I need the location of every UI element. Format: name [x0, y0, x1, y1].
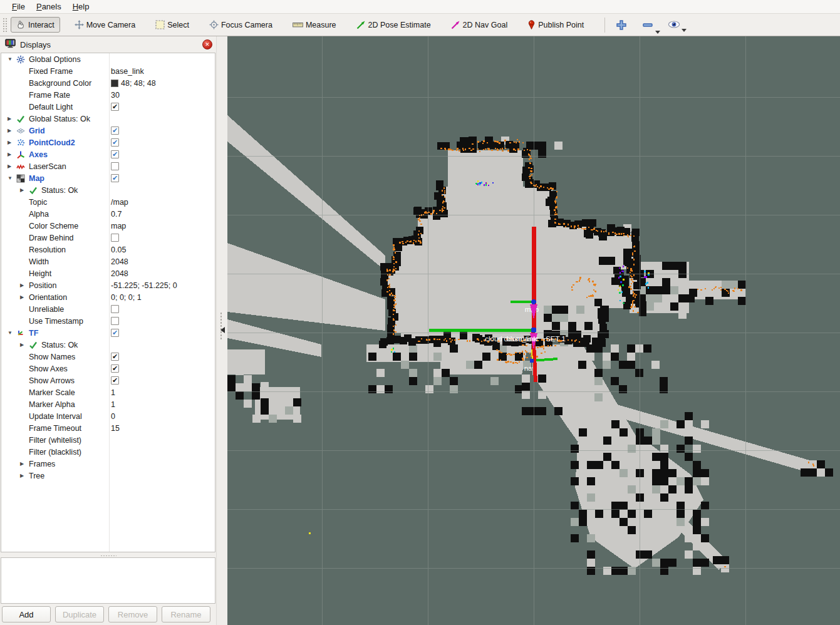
- expander-closed-icon[interactable]: ▶: [19, 461, 29, 467]
- row-checkbox[interactable]: ✔: [111, 329, 119, 337]
- visibility-button[interactable]: [664, 19, 684, 31]
- row-checkbox[interactable]: ✔: [111, 364, 119, 373]
- expander-closed-icon[interactable]: ▶: [19, 294, 29, 300]
- tree-row-unreliable[interactable]: Unreliable: [1, 303, 215, 315]
- tree-row-marker-scale[interactable]: Marker Scale1: [1, 386, 215, 398]
- expander-open-icon[interactable]: ▼: [6, 175, 16, 181]
- tree-row-show-arrows[interactable]: Show Arrows✔: [1, 374, 215, 386]
- close-icon[interactable]: ✕: [202, 39, 212, 49]
- tree-row-frames[interactable]: ▶Frames: [1, 458, 215, 470]
- tree-row-tf[interactable]: ▼TF✔: [1, 327, 215, 339]
- tree-row-frame-timeout[interactable]: Frame Timeout15: [1, 422, 215, 434]
- nav-goal-button[interactable]: 2D Nav Goal: [445, 17, 514, 33]
- chevron-down-icon[interactable]: [655, 31, 660, 34]
- row-value[interactable]: 0.05: [111, 245, 126, 254]
- expander-open-icon[interactable]: ▼: [6, 56, 16, 62]
- row-checkbox[interactable]: [111, 234, 119, 242]
- tree-row-update-interval[interactable]: Update Interval0: [1, 410, 215, 422]
- move-camera-button[interactable]: Move Camera: [69, 17, 142, 33]
- menu-file[interactable]: File: [6, 1, 31, 13]
- panel-splitter[interactable]: [216, 36, 227, 625]
- 3d-viewport[interactable]: mapnavcloudodombase_linklaserSET 1: [227, 36, 840, 625]
- row-value[interactable]: 2048: [111, 269, 128, 278]
- expander-closed-icon[interactable]: ▶: [19, 473, 29, 478]
- tree-row-height[interactable]: Height2048: [1, 267, 215, 279]
- tree-row-use-timestamp[interactable]: Use Timestamp: [1, 315, 215, 327]
- tree-row-orientation[interactable]: ▶Orientation0; 0; 0; 1: [1, 291, 215, 303]
- tree-row-grid[interactable]: ▶Grid✔: [1, 125, 215, 137]
- displays-panel-header[interactable]: Displays ✕: [0, 36, 216, 53]
- add-button[interactable]: Add: [2, 606, 51, 622]
- row-value[interactable]: map: [111, 222, 126, 230]
- row-value[interactable]: -51.225; -51.225; 0: [111, 281, 177, 290]
- expander-closed-icon[interactable]: ▶: [6, 116, 16, 121]
- tree-row-frame-rate[interactable]: Frame Rate30: [1, 89, 215, 101]
- expander-closed-icon[interactable]: ▶: [19, 282, 29, 288]
- tree-row-tree[interactable]: ▶Tree: [1, 470, 215, 482]
- tree-row-filter-blacklist[interactable]: Filter (blacklist): [1, 446, 215, 458]
- row-value[interactable]: 1: [111, 400, 115, 409]
- row-value[interactable]: 0: [111, 412, 115, 421]
- row-value[interactable]: 30: [111, 91, 120, 100]
- row-value[interactable]: 1: [111, 388, 115, 397]
- expander-closed-icon[interactable]: ▶: [6, 128, 16, 133]
- row-checkbox[interactable]: ✔: [111, 376, 119, 385]
- row-value[interactable]: 15: [111, 424, 120, 433]
- measure-button[interactable]: Measure: [287, 18, 342, 33]
- row-checkbox[interactable]: ✔: [111, 150, 119, 158]
- row-value[interactable]: /map: [111, 198, 128, 207]
- color-swatch[interactable]: [111, 80, 118, 87]
- expander-closed-icon[interactable]: ▶: [6, 163, 16, 169]
- menu-help[interactable]: Help: [67, 1, 95, 13]
- tree-row-alpha[interactable]: Alpha0.7: [1, 208, 215, 220]
- row-value[interactable]: 0; 0; 0; 1: [111, 293, 142, 302]
- publish-point-button[interactable]: Publish Point: [522, 17, 589, 33]
- tree-row-width[interactable]: Width2048: [1, 256, 215, 267]
- row-checkbox[interactable]: ✔: [111, 103, 119, 111]
- expander-closed-icon[interactable]: ▶: [19, 187, 29, 193]
- tree-row-axes[interactable]: ▶Axes✔: [1, 148, 215, 160]
- expander-closed-icon[interactable]: ▶: [6, 140, 16, 145]
- row-checkbox[interactable]: [111, 317, 119, 325]
- tree-row-marker-alpha[interactable]: Marker Alpha1: [1, 398, 215, 410]
- tree-row-draw-behind[interactable]: Draw Behind: [1, 232, 215, 244]
- row-checkbox[interactable]: ✔: [111, 138, 119, 147]
- collapse-arrow-icon[interactable]: [220, 327, 225, 333]
- tree-row-fixed-frame[interactable]: Fixed Framebase_link: [1, 65, 215, 77]
- tree-row-filter-whitelist[interactable]: Filter (whitelist): [1, 434, 215, 446]
- splitter-handle-icon[interactable]: [220, 312, 222, 339]
- chevron-down-icon[interactable]: [682, 29, 687, 32]
- row-checkbox[interactable]: ✔: [111, 127, 119, 135]
- row-checkbox[interactable]: [111, 305, 119, 313]
- tree-row-status-ok[interactable]: ▶Status: Ok: [1, 339, 215, 351]
- row-checkbox[interactable]: ✔: [111, 174, 119, 182]
- tree-row-background-color[interactable]: Background Color48; 48; 48: [1, 77, 215, 89]
- tree-row-default-light[interactable]: Default Light✔: [1, 101, 215, 113]
- tree-row-resolution[interactable]: Resolution0.05: [1, 244, 215, 256]
- tree-row-color-scheme[interactable]: Color Schememap: [1, 220, 215, 232]
- row-value[interactable]: 0.7: [111, 210, 122, 219]
- displays-tree[interactable]: ▼Global OptionsFixed Framebase_linkBackg…: [1, 53, 215, 552]
- zoom-out-button[interactable]: [638, 18, 658, 33]
- toolbar-drag-handle-icon[interactable]: [3, 18, 7, 33]
- tree-row-show-axes[interactable]: Show Axes✔: [1, 363, 215, 374]
- menu-panels[interactable]: Panels: [31, 1, 67, 13]
- expander-open-icon[interactable]: ▼: [6, 330, 16, 336]
- row-value[interactable]: base_link: [111, 67, 144, 76]
- tree-row-pointcloud2[interactable]: ▶PointCloud2✔: [1, 137, 215, 148]
- tree-row-status-ok[interactable]: ▶Status: Ok: [1, 184, 215, 196]
- pose-estimate-button[interactable]: 2D Pose Estimate: [351, 17, 437, 33]
- focus-camera-button[interactable]: Focus Camera: [204, 17, 278, 33]
- zoom-in-button[interactable]: [611, 18, 631, 33]
- row-checkbox[interactable]: ✔: [111, 353, 119, 361]
- expander-closed-icon[interactable]: ▶: [6, 152, 16, 157]
- tree-row-global-options[interactable]: ▼Global Options: [1, 53, 215, 65]
- tree-row-global-status-ok[interactable]: ▶Global Status: Ok: [1, 113, 215, 125]
- interact-button[interactable]: Interact: [11, 17, 60, 33]
- select-button[interactable]: Select: [150, 17, 195, 33]
- tree-row-laserscan[interactable]: ▶LaserScan: [1, 160, 215, 172]
- row-value[interactable]: 2048: [111, 257, 128, 266]
- tree-row-topic[interactable]: Topic/map: [1, 196, 215, 208]
- expander-closed-icon[interactable]: ▶: [19, 342, 29, 348]
- row-checkbox[interactable]: [111, 162, 119, 170]
